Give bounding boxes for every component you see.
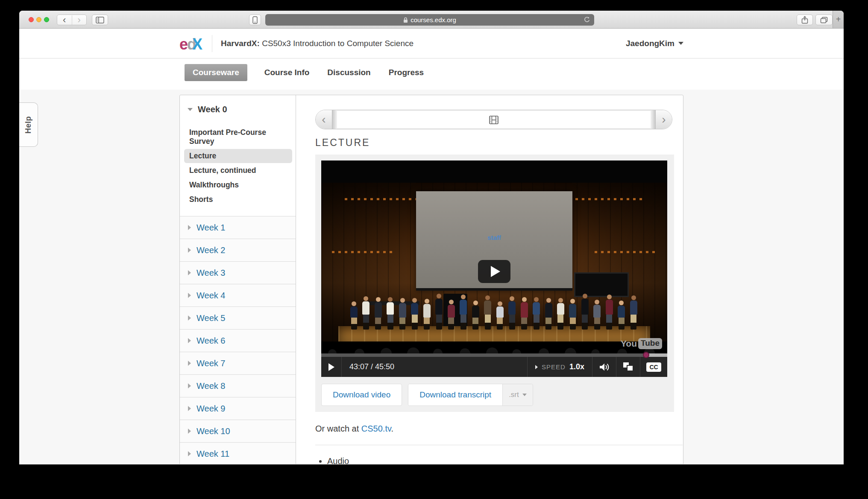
sidebar-section-week-1[interactable]: Week 1 bbox=[180, 216, 296, 239]
sidebar-section-week-7[interactable]: Week 7 bbox=[180, 352, 296, 374]
sidebar-section-week-4[interactable]: Week 4 bbox=[180, 284, 296, 306]
sidebar-section-week0[interactable]: Week 0 bbox=[180, 105, 296, 114]
download-transcript-button[interactable]: Download transcript bbox=[408, 384, 502, 406]
help-tab[interactable]: Help bbox=[19, 102, 38, 147]
username: JaedongKim bbox=[626, 39, 674, 48]
person-silhouette bbox=[472, 301, 479, 330]
week-label: Week 1 bbox=[196, 223, 225, 233]
transcript-format-select[interactable]: .srt bbox=[502, 384, 533, 406]
sidebar-section-week-6[interactable]: Week 6 bbox=[180, 329, 296, 352]
play-overlay-button[interactable] bbox=[478, 260, 510, 283]
resource-list: Audio MP3, torrent bbox=[327, 456, 672, 464]
user-menu[interactable]: JaedongKim bbox=[626, 39, 683, 48]
browser-window: ‹ › courses.edx.org bbox=[19, 11, 844, 464]
sidebar-section-week-8[interactable]: Week 8 bbox=[180, 374, 296, 397]
content-divider bbox=[315, 445, 683, 445]
sidebar-item-shorts[interactable]: Shorts bbox=[184, 193, 292, 207]
course-outline-sidebar: Week 0 Important Pre-Course SurveyLectur… bbox=[180, 95, 296, 464]
person-silhouette bbox=[423, 299, 431, 330]
course-title: HarvardX: CS50x3 Introduction to Compute… bbox=[221, 39, 413, 48]
cs50tv-link[interactable]: CS50.tv bbox=[361, 424, 391, 433]
forward-button[interactable]: › bbox=[72, 15, 87, 25]
person-silhouette bbox=[630, 295, 637, 330]
download-transcript-group: Download transcript .srt bbox=[408, 384, 533, 406]
week-label: Week 5 bbox=[196, 313, 225, 323]
chevron-right-icon bbox=[188, 293, 191, 298]
person-silhouette bbox=[545, 298, 552, 330]
sidebar-section-week-9[interactable]: Week 9 bbox=[180, 397, 296, 420]
lock-icon bbox=[403, 17, 408, 23]
video-player: staff You T bbox=[321, 160, 667, 377]
sidebar-item-lecture[interactable]: Lecture bbox=[184, 149, 292, 163]
reload-icon[interactable] bbox=[584, 16, 590, 23]
week0-item-list: Important Pre-Course SurveyLectureLectur… bbox=[184, 125, 292, 207]
share-button[interactable] bbox=[797, 15, 813, 25]
person-silhouette bbox=[375, 297, 382, 330]
responsive-mode-button[interactable] bbox=[249, 15, 261, 25]
tab-progress[interactable]: Progress bbox=[388, 64, 425, 81]
video-frame[interactable]: staff You T bbox=[321, 160, 667, 353]
youtube-watermark[interactable]: You Tube bbox=[621, 338, 662, 349]
sidebar-section-week-5[interactable]: Week 5 bbox=[180, 306, 296, 329]
chevron-down-icon bbox=[188, 108, 193, 111]
person-silhouette bbox=[362, 296, 369, 330]
week-label: Week 7 bbox=[196, 359, 225, 368]
fullscreen-icon-front bbox=[627, 365, 633, 371]
sidebar-item-lecture-continued[interactable]: Lecture, continued bbox=[184, 163, 292, 178]
person-silhouette bbox=[593, 300, 601, 330]
person-silhouette bbox=[460, 295, 467, 330]
tab-overview-button[interactable] bbox=[815, 15, 833, 25]
sequence-edge-left bbox=[332, 110, 337, 129]
volume-button[interactable] bbox=[592, 357, 616, 377]
address-bar[interactable]: courses.edx.org bbox=[265, 14, 594, 26]
person-silhouette bbox=[496, 301, 504, 330]
new-tab-button[interactable]: + bbox=[833, 11, 844, 28]
tab-courseware[interactable]: Courseware bbox=[185, 64, 247, 81]
page-viewport: edX HarvardX: CS50x3 Introduction to Com… bbox=[19, 29, 844, 464]
sidebar-section-week-11[interactable]: Week 11 bbox=[180, 442, 296, 464]
tab-discussion[interactable]: Discussion bbox=[326, 64, 371, 81]
film-icon bbox=[489, 116, 499, 124]
download-video-button[interactable]: Download video bbox=[321, 384, 402, 406]
person-silhouette bbox=[399, 298, 406, 330]
sidebar-item-walkthroughs[interactable]: Walkthroughs bbox=[184, 178, 292, 192]
audience-silhouettes bbox=[321, 341, 667, 353]
person-silhouette bbox=[411, 298, 418, 330]
zoom-window-button[interactable] bbox=[44, 17, 49, 22]
person-silhouette bbox=[484, 295, 491, 330]
back-button[interactable]: ‹ bbox=[57, 15, 72, 25]
share-icon bbox=[801, 16, 808, 24]
sidebar-item-important-pre-course-survey[interactable]: Important Pre-Course Survey bbox=[184, 125, 292, 149]
play-button[interactable] bbox=[321, 357, 342, 377]
person-silhouette bbox=[557, 298, 564, 330]
previous-unit-button[interactable]: ‹ bbox=[316, 110, 332, 129]
unit-content: ‹ bbox=[296, 95, 683, 464]
chevron-right-icon bbox=[188, 225, 191, 230]
sidebar-section-week-2[interactable]: Week 2 bbox=[180, 239, 296, 261]
sequence-unit-video[interactable] bbox=[337, 110, 651, 129]
sidebar-section-week-10[interactable]: Week 10 bbox=[180, 420, 296, 442]
courseware-card: Week 0 Important Pre-Course SurveyLectur… bbox=[179, 95, 683, 464]
cc-icon: CC bbox=[646, 362, 661, 372]
next-unit-button[interactable]: › bbox=[656, 110, 672, 129]
sidebar-toggle-button[interactable] bbox=[92, 15, 108, 25]
speed-menu-button[interactable]: SPEED 1.0x bbox=[527, 357, 592, 377]
unit-title: LECTURE bbox=[315, 137, 672, 149]
close-window-button[interactable] bbox=[29, 17, 34, 22]
edx-logo[interactable]: edX bbox=[179, 35, 202, 52]
video-progress-bar[interactable] bbox=[321, 353, 667, 357]
week-label: Week 4 bbox=[196, 291, 225, 301]
browser-toolbar: ‹ › courses.edx.org bbox=[19, 11, 844, 29]
captions-button[interactable]: CC bbox=[640, 357, 667, 377]
tab-course-info[interactable]: Course Info bbox=[264, 64, 311, 81]
chevron-right-icon bbox=[188, 406, 191, 411]
week-label: Week 11 bbox=[196, 449, 229, 459]
fullscreen-button[interactable] bbox=[616, 357, 640, 377]
person-silhouette bbox=[581, 294, 589, 330]
minimize-window-button[interactable] bbox=[36, 17, 41, 22]
sidebar-section-week-3[interactable]: Week 3 bbox=[180, 261, 296, 284]
play-icon bbox=[328, 363, 334, 371]
chevron-right-icon bbox=[535, 365, 538, 369]
chevron-down-icon bbox=[522, 394, 527, 396]
tabs-icon bbox=[820, 17, 828, 23]
